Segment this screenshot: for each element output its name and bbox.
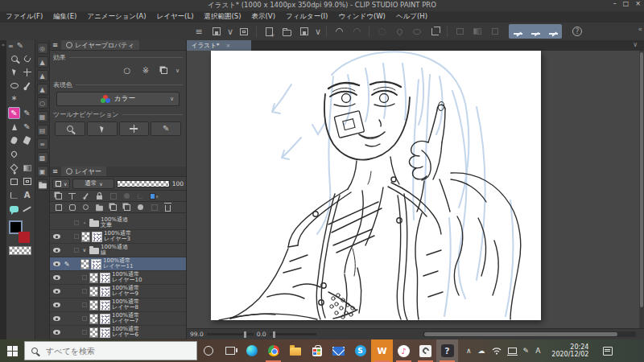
open-file-icon[interactable] [278,24,295,39]
nav-operate-button[interactable] [119,121,150,136]
layer-comp-panel-icon[interactable]: ▣ [37,166,48,177]
tab-layer-property[interactable]: レイヤープロパティ [61,40,139,50]
effect-dropdown-icon[interactable]: ∨ [175,68,180,74]
draft-layer-icon[interactable] [122,192,131,200]
menu-filter[interactable]: フィルター(I) [286,12,328,22]
text-tool[interactable]: A [21,189,33,201]
visibility-toggle[interactable] [52,302,61,307]
visibility-toggle[interactable] [52,330,61,335]
save-dropdown-icon[interactable]: ∨ [313,24,323,39]
skype-button[interactable]: S [349,339,371,362]
new-document-icon[interactable] [260,24,278,39]
pen-settings-icon[interactable]: ✎ [523,347,530,355]
apply-mask-icon[interactable] [150,204,159,212]
visibility-toggle[interactable] [52,248,61,253]
layer-row[interactable]: 100%通常レイヤー7 [50,312,186,326]
menu-animation[interactable]: アニメーション(A) [87,12,146,22]
sub-view-panel-icon[interactable]: ▲ [37,56,48,68]
layer-row-folder[interactable]: › 100%通過文章 [50,216,186,230]
visibility-toggle[interactable] [52,234,61,239]
transfer-to-lower-icon[interactable] [109,204,118,212]
layer-row[interactable]: 100%通常レイヤー9 [50,285,186,298]
combine-to-lower-icon[interactable] [122,204,131,212]
visibility-toggle[interactable] [52,289,61,294]
layer-row[interactable]: 100%通常レイヤー3 [50,230,186,244]
menu-view[interactable]: 表示(V) [252,12,275,22]
new-vector-layer-icon[interactable] [68,204,76,212]
pencil-tool[interactable]: ✎ [21,121,33,133]
reference-layer-icon[interactable] [81,192,90,200]
edge-button[interactable] [241,339,262,362]
nav-zoom-button[interactable] [55,121,85,136]
eraser-tool[interactable] [21,134,33,146]
webtoon-icon[interactable] [235,24,253,39]
ruler-tool[interactable] [8,189,20,201]
taskbar-clock[interactable]: 20:24 2020/12/02 [551,343,588,358]
delete-layer-icon[interactable] [163,204,172,212]
fill-tool[interactable] [8,162,20,174]
tool-switch-dropdown-icon[interactable]: ∨ [225,24,235,39]
layer-search-panel-icon[interactable]: ▩ [37,152,48,163]
selection-border-icon[interactable] [451,24,469,39]
chrome-button[interactable] [262,339,284,362]
brush-shape-panel-icon[interactable]: ▲ [37,70,48,81]
toolbar-collapse-icon[interactable]: « [638,25,642,33]
menu-file[interactable]: ファイル(F) [6,12,43,22]
palette-color-dropdown[interactable]: ∨ [52,179,70,189]
microsoft-store-button[interactable] [306,339,328,362]
blend-mode-dropdown[interactable]: 通常∨ [72,179,114,189]
eyedropper-tool[interactable] [21,80,33,92]
marker-pen-tool-active[interactable]: ✎ [8,107,20,119]
menu-selection[interactable]: 選択範囲(S) [204,12,241,22]
object-tool[interactable] [8,66,20,78]
opacity-slider[interactable] [117,180,169,187]
frame-border-tool[interactable] [21,175,33,187]
search-input[interactable] [46,342,191,360]
folder-expand-icon[interactable]: › [81,220,88,226]
deselect-icon[interactable] [373,24,390,39]
tab-list-chevron-icon[interactable]: ∨ [633,41,638,48]
visibility-toggle[interactable] [52,261,61,266]
w-app-button[interactable]: W [371,339,393,362]
minimize-button[interactable]: – [613,0,617,7]
hidden-icons-chevron[interactable]: ∧ [466,347,472,355]
panel-menu-icon[interactable]: ≡ [52,41,58,49]
layer-row-folder[interactable]: ∨ 100%通過線 [50,244,186,257]
move-layer-tool[interactable] [21,66,33,78]
menu-window[interactable]: ウィンドウ(W) [338,12,386,22]
grid-panel-icon[interactable]: ▦ [37,111,48,122]
clip-to-layer-below-icon[interactable] [54,192,63,200]
panel-menu-icon[interactable]: ≡ [52,167,58,175]
rotate-canvas-tool[interactable] [21,52,33,64]
gradient-tool[interactable] [21,162,33,174]
tab-close-icon[interactable]: × [225,43,230,49]
ruler-range-icon[interactable] [136,192,145,200]
zoom-tool[interactable] [8,52,20,64]
start-button[interactable] [0,339,24,362]
correction-tool[interactable] [21,203,33,215]
action-center-icon[interactable] [603,347,613,356]
visibility-toggle[interactable] [52,275,61,280]
maximize-button[interactable]: □ [623,0,630,7]
pen-tool[interactable]: ✎ [21,107,33,119]
document-tab[interactable]: イラスト* × [187,40,251,51]
layer-color-icon[interactable]: ∨ [150,192,159,200]
onedrive-cloud-icon[interactable]: ☁ [478,347,485,355]
color-set-panel-icon[interactable]: ▲ [37,84,48,95]
tab-layer[interactable]: レイヤー [61,167,106,176]
create-mask-icon[interactable] [136,204,145,212]
new-layer-dialog-icon[interactable] [81,204,90,212]
canvas-horizontal-scrollbar[interactable] [423,331,636,337]
nav-object-button[interactable] [87,121,118,136]
new-folder-icon[interactable] [95,204,104,212]
brush-tool[interactable] [8,134,20,146]
ime-indicator[interactable]: A [535,347,540,355]
menu-help[interactable]: ヘルプ(H) [396,12,427,22]
wifi-icon[interactable] [492,347,502,355]
menu-layer[interactable]: レイヤー(L) [157,12,194,22]
canvas-vertical-scrollbar[interactable] [639,51,644,328]
mail-button[interactable] [328,339,349,362]
lock-transparent-icon[interactable] [109,192,118,200]
airbrush-tool[interactable] [8,121,20,133]
save-icon[interactable] [295,24,313,39]
